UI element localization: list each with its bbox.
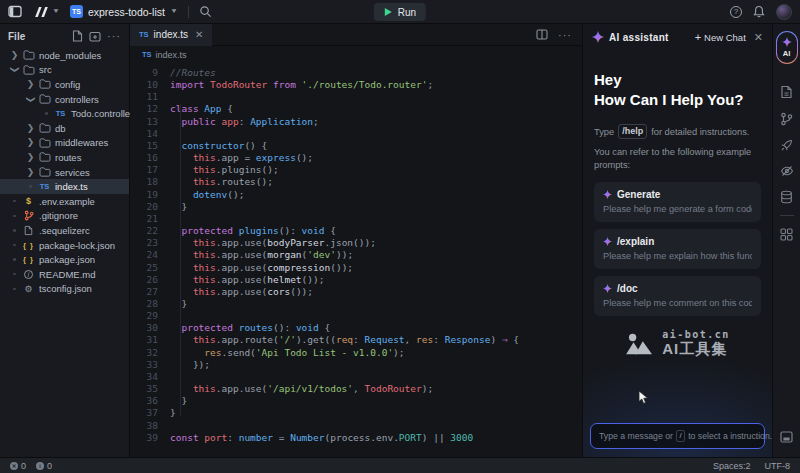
close-tab-icon[interactable]: ✕ xyxy=(195,29,203,40)
chat-input[interactable]: Type a message or / to select a instruct… xyxy=(590,423,765,449)
extensions-grid-icon[interactable] xyxy=(780,228,793,241)
folder-icon xyxy=(37,94,52,104)
database-icon[interactable] xyxy=(780,190,793,204)
tree-item-src[interactable]: ❯src xyxy=(0,63,129,78)
tree-item-label: config xyxy=(55,79,80,90)
tree-item-label: index.ts xyxy=(55,181,88,192)
tree-item-.sequelizerc[interactable]: .sequelizerc xyxy=(0,223,129,238)
prompt-description: Please help me comment on this code. xyxy=(603,298,752,308)
json-file-icon: { } xyxy=(21,255,36,264)
tree-item-controllers[interactable]: ❯controllers xyxy=(0,92,129,107)
sparkle-icon xyxy=(603,190,612,199)
encoding-setting[interactable]: UTF-8 xyxy=(765,461,791,471)
tree-item-label: tsconfig.json xyxy=(39,283,92,294)
tree-item-db[interactable]: ❯db xyxy=(0,121,129,136)
run-button[interactable]: Run xyxy=(374,3,426,21)
tree-item-tsconfig.json[interactable]: ⚙tsconfig.json xyxy=(0,282,129,297)
line-number: 14 xyxy=(130,128,170,140)
ai-panel-title: AI assistant xyxy=(609,32,669,43)
line-number: 18 xyxy=(130,176,170,188)
chevron-down-icon: ▼ xyxy=(170,8,178,15)
breadcrumb[interactable]: TS index.ts xyxy=(130,46,582,63)
close-panel-icon[interactable]: ✕ xyxy=(754,31,763,44)
line-number: 23 xyxy=(130,237,170,249)
ide-logo[interactable]: ▼ xyxy=(32,6,60,18)
split-editor-icon[interactable] xyxy=(536,29,548,40)
notifications-bell-icon[interactable] xyxy=(753,5,765,18)
tree-item-label: .sequelizerc xyxy=(39,225,90,236)
prompt-card-Generate[interactable]: GeneratePlease help me generate a form c… xyxy=(594,182,761,222)
tree-item-.env.example[interactable]: $.env.example xyxy=(0,194,129,209)
play-icon xyxy=(384,7,393,17)
tab-index-ts[interactable]: TS index.ts ✕ xyxy=(130,24,212,46)
file-dot xyxy=(8,258,21,261)
file-dot xyxy=(40,112,53,115)
file-dot xyxy=(8,273,21,276)
indent-setting[interactable]: Spaces:2 xyxy=(713,461,751,471)
file-dot xyxy=(8,244,21,247)
terminal-panel-icon[interactable] xyxy=(780,431,793,443)
watermark-line1: ai-bot.cn xyxy=(662,329,730,340)
tree-item-services[interactable]: ❯services xyxy=(0,165,129,180)
problems-errors[interactable]: ✕ 0 xyxy=(10,461,26,471)
prompt-card-doc[interactable]: /docPlease help me comment on this code. xyxy=(594,276,761,316)
deploy-rocket-icon[interactable] xyxy=(780,139,793,152)
tree-item-label: README.md xyxy=(39,269,95,280)
new-file-icon[interactable] xyxy=(72,30,83,42)
chevron-right-icon: ❯ xyxy=(24,80,37,89)
tree-item-label: src xyxy=(39,64,52,75)
topbar: ▼ TS express-todo-list ▼ Run ? xyxy=(0,0,800,24)
code-area[interactable]: 9//Routes10import TodoRouter from './rou… xyxy=(130,63,582,457)
problems-infos[interactable]: i 0 xyxy=(36,461,52,471)
tree-item-Todo.controller.ts[interactable]: TSTodo.controller.ts xyxy=(0,106,129,121)
new-folder-icon[interactable] xyxy=(89,31,101,42)
tree-item-package-lock.json[interactable]: { }package-lock.json xyxy=(0,238,129,253)
slash-kbd: / xyxy=(676,430,685,442)
preview-eye-icon[interactable] xyxy=(780,165,794,177)
right-icon-rail: AI xyxy=(772,24,800,457)
git-branch-icon[interactable] xyxy=(780,112,793,126)
divider xyxy=(188,6,189,18)
project-switcher[interactable]: TS express-todo-list ▼ xyxy=(70,5,178,18)
user-avatar[interactable] xyxy=(776,4,792,20)
tree-item-index.ts[interactable]: TSindex.ts xyxy=(0,179,129,194)
watermark: ai-bot.cn AI工具集 xyxy=(594,329,761,359)
tree-item-node_modules[interactable]: ❯node_modules xyxy=(0,48,129,63)
sidebar-toggle-icon[interactable] xyxy=(8,5,22,18)
tab-label: index.ts xyxy=(154,29,188,40)
search-icon[interactable] xyxy=(199,5,212,18)
file-dot xyxy=(24,185,37,188)
error-icon: ✕ xyxy=(10,462,18,470)
tree-item-config[interactable]: ❯config xyxy=(0,77,129,92)
tree-item-routes[interactable]: ❯routes xyxy=(0,150,129,165)
prompt-card-explain[interactable]: /explainPlease help me explain how this … xyxy=(594,229,761,269)
chevron-down-icon: ❯ xyxy=(26,93,35,106)
tree-item-label: middlewares xyxy=(55,137,108,148)
line-number: 39 xyxy=(130,432,170,444)
help-icon[interactable]: ? xyxy=(730,6,742,18)
tree-item-label: .env.example xyxy=(39,196,95,207)
docs-icon[interactable] xyxy=(780,85,793,99)
greeting: Hey How Can I Help You? xyxy=(594,70,761,109)
line-number: 16 xyxy=(130,152,170,164)
line-number: 38 xyxy=(130,420,170,432)
file-dot xyxy=(8,229,21,232)
folder-icon xyxy=(37,152,52,162)
new-chat-button[interactable]: + New Chat xyxy=(695,32,746,43)
code-lines: 9//Routes10import TodoRouter from './rou… xyxy=(130,67,582,444)
ai-tab-button[interactable]: AI xyxy=(776,31,798,64)
tree-item-package.json[interactable]: { }package.json xyxy=(0,252,129,267)
explorer-title: File xyxy=(8,31,25,42)
line-number: 17 xyxy=(130,164,170,176)
tree-item-label: routes xyxy=(55,152,81,163)
line-number: 27 xyxy=(130,286,170,298)
tree-item-README.md[interactable]: iREADME.md xyxy=(0,267,129,282)
chevron-right-icon: ❯ xyxy=(24,138,37,147)
breadcrumb-label: index.ts xyxy=(156,50,187,60)
info-icon: i xyxy=(36,462,44,470)
tree-item-.gitignore[interactable]: .gitignore xyxy=(0,209,129,224)
line-number: 28 xyxy=(130,298,170,310)
tree-item-middlewares[interactable]: ❯middlewares xyxy=(0,136,129,151)
help-kbd: /help xyxy=(618,124,647,139)
file-dot xyxy=(8,215,21,218)
